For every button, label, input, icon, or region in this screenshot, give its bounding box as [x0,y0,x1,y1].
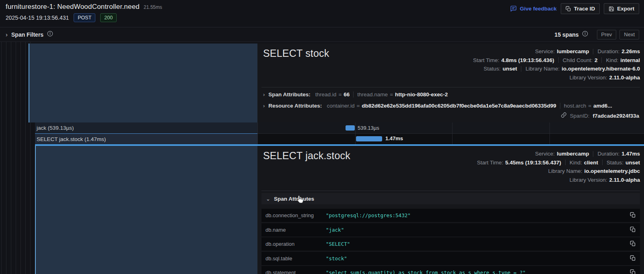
meta-label: Service: [535,151,555,157]
span-title: SELECT jack.stock [263,150,350,162]
span-row-jack-stock-timeline[interactable]: 1.47ms [257,134,644,144]
status-code-badge: 200 [100,13,117,22]
save-icon [609,6,614,12]
export-button[interactable]: Export [604,3,639,14]
timeline-gridline [452,122,453,133]
span-id-label: SpanID: [570,113,590,119]
meta-label: Duration: [597,151,619,157]
attribute-key: db.connection_string [265,212,326,218]
meta-value: 2 [595,57,598,63]
attribute-row: db.name "jack" [261,223,640,237]
meta-value: 2.26ms [621,48,640,54]
timeline-gridline [549,134,550,144]
divider [261,191,640,191]
meta-value: unset [502,66,517,72]
span-meta: Service:lumbercamp Duration:1.47ms Start… [477,149,640,184]
info-icon[interactable] [582,31,588,38]
span-count: 15 spans [555,31,579,38]
selected-span-region-stock [29,44,257,122]
attribute-key: db.sql.table [265,255,326,262]
meta-value: client [584,160,598,166]
span-attributes-table: db.connection_string "postgresql://postg… [261,209,640,274]
attribute-row: db.connection_string "postgresql://postg… [261,209,640,222]
attribute-value: "stock" [326,255,347,262]
copy-icon[interactable] [630,269,636,274]
span-attributes-label: Span Attributes: [268,91,311,98]
meta-value: lumbercamp [557,48,589,54]
span-attributes-summary[interactable]: › Span Attributes: thread.id=66 thread.n… [263,91,448,98]
meta-label: Status: [484,66,500,72]
meta-value: io.opentelemetry.hibernate-6.0 [562,66,640,72]
resource-attributes-label: Resource Attributes: [268,103,322,109]
span-attributes-collapsible-header[interactable]: ⌄ Span Attributes [261,193,640,204]
span-row-jack-timeline[interactable]: 539.13µs [257,122,644,134]
trace-title-row: furniturestore-1: NeedWoodController.nee… [6,3,162,11]
meta-label: Status: [607,160,623,166]
timeline-gridline [355,134,356,144]
meta-value: 2.11.0-alpha [609,75,640,81]
resource-attributes-summary[interactable]: › Resource Attributes: container.id=db82… [263,103,612,109]
attr-value: 66 [344,91,350,98]
duration-bar-label: 1.47ms [385,135,403,141]
duration-bar[interactable] [356,136,382,141]
give-feedback-link[interactable]: Give feedback [510,5,557,12]
span-id-row: SpanID: f7adcade2924f33a [561,112,639,119]
meta-value: 1.47ms [621,151,640,157]
meta-label: Start Time: [473,57,499,63]
copy-icon[interactable] [630,241,636,248]
page-title: furniturestore-1: NeedWoodController.nee… [6,3,140,11]
meta-label: Duration: [597,48,619,54]
copy-icon[interactable] [630,212,636,220]
span-meta: Service:lumbercamp Duration:2.26ms Start… [473,47,640,82]
attribute-value: "postgresql://postgres:5432" [326,212,411,218]
copy-icon[interactable] [630,255,636,263]
meta-value: internal [620,57,640,63]
duration-bar[interactable] [346,125,355,131]
meta-label: Kind: [606,57,618,63]
meta-value: unset [625,160,640,166]
attr-value: amd6... [593,103,612,109]
meta-value: 2.11.0-alpha [609,177,640,183]
span-row-jack-stock-name[interactable]: SELECT jack.stock (1.47ms) [35,134,257,144]
next-button[interactable]: Next [619,30,639,39]
attr-key: container.id [327,103,354,109]
meta-label: Start Time: [477,160,503,166]
http-method-badge: POST [74,13,95,22]
trace-timestamp: 2025-04-15 19:13:56.431 [6,15,69,21]
trace-id-button[interactable]: Trace ID [561,3,600,14]
attr-key: thread.name [357,91,388,98]
header-actions: Give feedback Trace ID Export [510,3,639,14]
attribute-value: "jack" [326,227,344,233]
span-filters-title: Span Filters [11,31,43,38]
chevron-right-icon: › [6,31,8,37]
meta-value: 5.45ms (19:13:56.437) [505,160,561,166]
span-filters-toggle[interactable]: › Span Filters [0,31,53,38]
link-icon[interactable] [561,112,567,119]
meta-label: Library Version: [570,177,607,183]
attribute-row: db.sql.table "stock" [261,252,640,265]
span-details-panel-stock: SELECT stock Service:lumbercamp Duration… [257,44,644,122]
attr-value: http-nio-8080-exec-2 [395,91,448,98]
meta-label: Service: [535,48,555,54]
span-id-value: f7adcade2924f33a [593,113,639,119]
attribute-key: db.name [265,227,326,233]
trace-duration: 21.55ms [144,4,162,10]
selected-span-region-jack-stock [35,146,257,274]
trace-waterfall: SELECT stock Service:lumbercamp Duration… [0,42,644,274]
attribute-key: db.operation [265,241,326,247]
export-label: Export [617,6,634,12]
copy-icon [566,6,571,12]
chevron-right-icon: › [263,103,265,109]
trace-id-label: Trace ID [574,6,595,12]
copy-icon[interactable] [630,226,636,234]
meta-value: lumbercamp [557,151,589,157]
trace-detail-page: furniturestore-1: NeedWoodController.nee… [0,0,644,274]
prev-button[interactable]: Prev [597,30,617,39]
attribute-row: db.statement "select sum(s.quantity) as … [261,266,640,274]
span-row-jack-name[interactable]: jack (539.13µs) [35,122,257,134]
span-title: SELECT stock [263,48,329,59]
meta-value: 4.8ms (19:13:56.436) [501,57,554,63]
span-row-label: jack (539.13µs) [37,125,74,131]
meta-label: Library Version: [570,75,607,81]
info-icon[interactable] [47,31,53,38]
